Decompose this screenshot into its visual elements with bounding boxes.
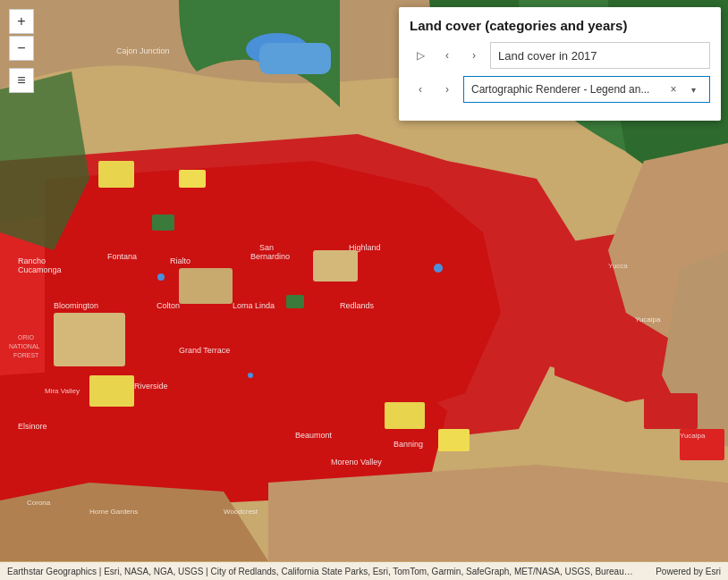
svg-rect-3 <box>259 43 331 74</box>
svg-rect-5 <box>54 313 125 366</box>
svg-text:Yucaipa: Yucaipa <box>680 432 706 440</box>
svg-rect-11 <box>438 429 470 451</box>
svg-text:Yucaipa: Yucaipa <box>635 315 661 324</box>
layers-button[interactable]: ≡ <box>9 68 34 93</box>
svg-point-16 <box>434 264 443 273</box>
svg-rect-14 <box>286 295 304 308</box>
svg-text:NATIONAL: NATIONAL <box>9 343 40 349</box>
svg-rect-9 <box>179 170 206 188</box>
svg-rect-18 <box>644 393 698 429</box>
svg-text:Moreno Valley: Moreno Valley <box>331 458 382 467</box>
svg-text:Rancho: Rancho <box>18 256 46 265</box>
svg-text:Woodcrest: Woodcrest <box>224 508 258 516</box>
svg-text:Yucca: Yucca <box>608 262 628 270</box>
back-button-1[interactable]: ‹ <box>436 45 458 66</box>
play-button[interactable]: ▷ <box>410 45 431 66</box>
attribution-bar: Earthstar Geographics | Esri, NASA, NGA,… <box>0 562 728 580</box>
svg-text:Grand Terrace: Grand Terrace <box>179 346 230 355</box>
renderer-dropdown[interactable]: Cartographic Renderer - Legend an... × ▾ <box>463 76 710 103</box>
svg-text:Colton: Colton <box>157 301 180 310</box>
svg-text:Home Gardens: Home Gardens <box>89 508 138 516</box>
svg-rect-12 <box>89 375 134 407</box>
dropdown-chevron-button[interactable]: ▾ <box>684 80 702 98</box>
svg-text:Rialto: Rialto <box>170 256 190 265</box>
svg-text:Corona: Corona <box>27 499 51 507</box>
map-controls: + − ≡ <box>9 9 34 93</box>
svg-text:FOREST: FOREST <box>13 352 39 358</box>
svg-text:Riverside: Riverside <box>134 382 168 391</box>
forward-button-1[interactable]: › <box>463 45 485 66</box>
svg-rect-10 <box>385 402 425 429</box>
svg-rect-6 <box>179 268 233 304</box>
svg-rect-7 <box>313 250 358 282</box>
attribution-left: Earthstar Geographics | Esri, NASA, NGA,… <box>7 567 633 576</box>
zoom-out-button[interactable]: − <box>9 36 34 61</box>
panel-row-2: ‹ › Cartographic Renderer - Legend an...… <box>410 76 710 103</box>
dropdown-label: Cartographic Renderer - Legend an... <box>471 83 649 96</box>
svg-point-15 <box>157 273 165 281</box>
svg-text:San: San <box>259 243 274 252</box>
zoom-in-button[interactable]: + <box>9 9 34 34</box>
back-button-2[interactable]: ‹ <box>410 79 431 100</box>
dropdown-close-button[interactable]: × <box>665 80 682 98</box>
layer-panel: Land cover (categories and years) ▷ ‹ › … <box>399 7 721 121</box>
panel-title: Land cover (categories and years) <box>410 18 710 33</box>
svg-text:Cucamonga: Cucamonga <box>18 265 62 274</box>
map-container: Rancho Cucamonga Fontana Rialto San Bern… <box>0 0 728 580</box>
svg-rect-8 <box>98 161 134 188</box>
svg-text:Cajon Junction: Cajon Junction <box>116 46 170 55</box>
svg-text:Fontana: Fontana <box>107 252 137 261</box>
svg-text:Redlands: Redlands <box>340 301 375 310</box>
svg-text:Banning: Banning <box>394 440 423 449</box>
panel-row-1: ▷ ‹ › Land cover in 2017 <box>410 42 710 69</box>
svg-point-17 <box>248 373 253 378</box>
year-text-field: Land cover in 2017 <box>490 42 710 69</box>
svg-text:Loma Linda: Loma Linda <box>233 301 275 310</box>
svg-rect-13 <box>152 214 174 231</box>
svg-text:Elsinore: Elsinore <box>18 422 47 431</box>
svg-text:Mira Valley: Mira Valley <box>45 387 80 395</box>
svg-text:Bernardino: Bernardino <box>250 252 290 261</box>
forward-button-2[interactable]: › <box>436 79 458 100</box>
svg-text:Highland: Highland <box>349 243 381 252</box>
svg-text:Beaumont: Beaumont <box>295 431 333 440</box>
svg-text:Bloomington: Bloomington <box>54 301 98 310</box>
attribution-right: Powered by Esri <box>656 567 721 576</box>
svg-text:ORIO: ORIO <box>18 334 34 340</box>
